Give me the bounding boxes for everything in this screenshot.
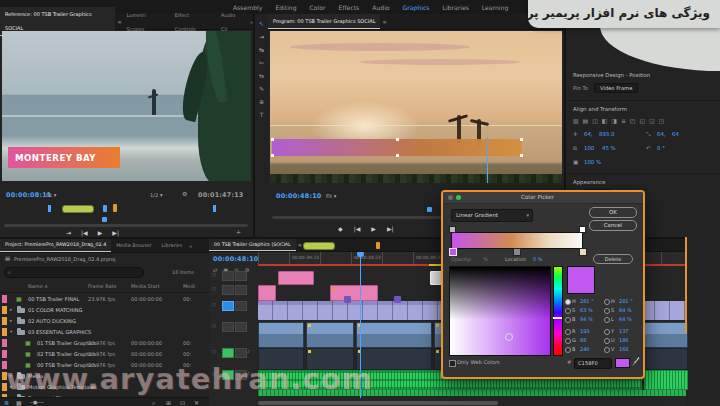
delete-stop-button[interactable]: Delete [593, 254, 633, 264]
label-chip[interactable] [2, 306, 7, 314]
workspace-tab-color[interactable]: Color [310, 4, 326, 11]
color-stop-right[interactable] [579, 248, 587, 256]
label-chip[interactable] [2, 328, 7, 336]
selection-handle[interactable] [520, 138, 523, 141]
only-web-colors-checkbox[interactable] [449, 360, 456, 367]
play-icon[interactable]: ▶ [98, 229, 103, 236]
timeline-clip-graphic[interactable] [258, 285, 276, 301]
gradient-editor-strip[interactable] [451, 232, 583, 249]
workspace-tab-libraries[interactable]: Libraries [443, 4, 469, 11]
project-row[interactable]: ▦02 TSB Trailer Graphics23.976 fps00:00:… [0, 349, 209, 360]
playhead-dot[interactable] [102, 217, 107, 222]
twirl-icon[interactable]: ▸ [10, 318, 12, 323]
col-frame-rate[interactable]: Frame Rate [88, 283, 117, 289]
new-bin-icon[interactable]: ⊞ [166, 399, 171, 406]
delete-icon[interactable]: ✕ [194, 399, 199, 406]
position-y-value[interactable]: 893.0 [599, 131, 614, 137]
anchor-x-value[interactable]: 64, [657, 131, 666, 137]
track-header-v2[interactable]: ○ [209, 301, 256, 320]
razor-tool[interactable]: ✂ [259, 59, 264, 66]
field-value[interactable]: 84 % [619, 307, 632, 313]
label-chip[interactable] [2, 295, 7, 303]
radio-u[interactable] [604, 338, 610, 344]
hue-slider[interactable] [553, 266, 563, 356]
color-stop-left[interactable] [449, 248, 457, 256]
project-row[interactable]: ▸01 COLOR MATCHING [0, 305, 209, 316]
scrub-scrollbar[interactable] [4, 224, 248, 227]
in-marker[interactable] [48, 205, 51, 212]
timeline-timecode[interactable]: 00:00:48:10 [213, 255, 258, 263]
radio-g[interactable] [565, 338, 571, 344]
timeline-clip-video[interactable] [258, 322, 304, 348]
workspace-tab-effects[interactable]: Effects [339, 4, 360, 11]
rotation-value[interactable]: 0 ° [657, 145, 665, 151]
settings-wrench-icon[interactable]: ⚙ [182, 190, 187, 197]
step-forward-icon[interactable]: ▶| [387, 225, 394, 232]
find-icon[interactable]: ⌕ [152, 399, 155, 406]
slip-tool[interactable]: ⇆ [259, 72, 264, 79]
track-header-v3[interactable]: ○ [209, 285, 256, 299]
anchor-y-value[interactable]: 64 [672, 131, 679, 137]
hand-tool[interactable]: ⊕ [259, 98, 264, 105]
timeline-scrollbar[interactable] [258, 401, 498, 405]
close-button[interactable] [448, 195, 453, 200]
zoom-handle-bar[interactable] [62, 205, 94, 213]
eyedropper-icon[interactable] [631, 356, 640, 367]
radio-h2[interactable] [604, 299, 610, 305]
project-row[interactable]: ▦00 TSB Trailer FINAL23.976 fps00:00:00:… [0, 294, 209, 305]
field-value[interactable]: 168 [619, 346, 629, 352]
tab-timeline-sequence[interactable]: 00 TSB Trailer Graphics (SOCIAL [209, 239, 296, 251]
dialog-titlebar[interactable]: Color Picker [443, 192, 643, 204]
radio-s[interactable] [565, 308, 571, 314]
align-buttons[interactable]: ▥ ▤ ◫ ◧ ◨ ≡ ◰ ◱ ◲ ◳ [573, 117, 665, 124]
gradient-type-select[interactable]: Linear Gradient ▾ [451, 209, 533, 222]
selection-handle[interactable] [271, 138, 274, 141]
opacity-stop-left[interactable] [449, 226, 456, 233]
opacity-stop-right[interactable] [579, 226, 586, 233]
new-item-icon[interactable]: ⊡ [180, 399, 185, 406]
scale-link-value[interactable]: 45 % [602, 145, 616, 151]
field-value[interactable]: 281 ° [580, 298, 594, 304]
field-value[interactable]: 193 [580, 328, 590, 334]
workspace-tab-audio[interactable]: Audio [372, 4, 389, 11]
sequence-marker[interactable] [376, 242, 380, 249]
timeline-clip-group[interactable] [640, 301, 686, 320]
program-timecode[interactable]: 00:00:48:10 [276, 192, 321, 200]
field-value[interactable]: 88 [580, 337, 586, 343]
timeline-clip-graphic[interactable] [278, 271, 314, 285]
timeline-playhead-head[interactable] [357, 252, 364, 257]
label-chip[interactable] [2, 339, 7, 347]
keyframe-block[interactable] [344, 296, 351, 303]
color-field[interactable] [449, 266, 551, 356]
reference-video[interactable]: MONTEREY BAY [2, 31, 251, 181]
timeline-clip-music[interactable] [644, 370, 688, 390]
project-breadcrumb[interactable]: PremierePro_RAW2018_Drag_02.4.prproj [14, 256, 116, 262]
scale-value[interactable]: 100 [584, 145, 594, 151]
play-icon[interactable]: ▶ [371, 225, 376, 232]
step-forward-icon[interactable]: ▶| [112, 229, 119, 236]
location-value[interactable]: 0 % [533, 256, 543, 262]
selection-handle[interactable] [396, 138, 399, 141]
track-select-tool[interactable]: ⇥ [259, 33, 264, 40]
reference-zoom-select[interactable]: Fit ▾ [46, 192, 56, 198]
field-value[interactable]: 240 [580, 346, 590, 352]
tab-program[interactable]: Program: 00 TSB Trailer Graphics SOCIAL [268, 14, 380, 29]
col-name[interactable]: Name ∧ [28, 283, 48, 289]
twirl-icon[interactable]: ▸ [10, 307, 12, 312]
hue-slider-handle[interactable] [553, 317, 562, 319]
project-row[interactable]: ▦01 TSB Trailer Graphics23.976 fps00:00:… [0, 338, 209, 349]
ripple-edit-tool[interactable]: ↹ [259, 46, 264, 53]
radio-h[interactable] [565, 299, 571, 305]
step-back-icon[interactable]: |◀ [354, 225, 361, 232]
radio-v[interactable] [604, 347, 610, 353]
reference-timecode[interactable]: 00:00:08:11 [6, 191, 51, 199]
ok-button[interactable]: OK [589, 207, 637, 218]
timeline-clip-video[interactable] [356, 322, 432, 348]
tab-libraries[interactable]: Libraries [157, 239, 188, 253]
workspace-tab-learning[interactable]: Learning [482, 4, 508, 11]
minimize-button[interactable] [456, 195, 461, 200]
workspace-tab-graphics[interactable]: Graphics [403, 4, 430, 11]
add-marker-icon[interactable]: ◆ [338, 225, 343, 232]
timeline-clip-video[interactable] [640, 322, 688, 348]
selection-tool[interactable]: ↖ [259, 20, 264, 27]
